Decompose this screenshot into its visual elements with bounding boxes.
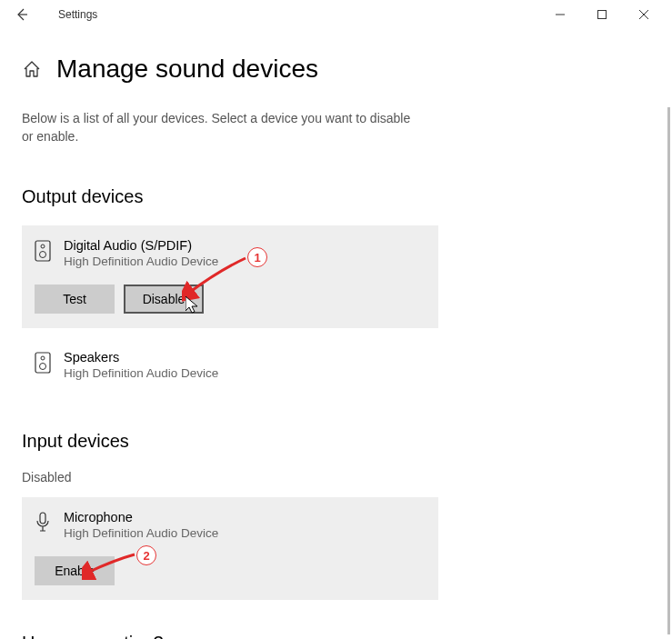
device-sub: High Definition Audio Device bbox=[64, 366, 218, 380]
input-devices-heading: Input devices bbox=[22, 431, 650, 452]
content-area: Manage sound devices Below is a list of … bbox=[0, 29, 672, 639]
device-name: Digital Audio (S/PDIF) bbox=[64, 238, 218, 253]
arrow-left-icon bbox=[15, 7, 29, 22]
svg-rect-7 bbox=[40, 513, 45, 524]
device-sub: High Definition Audio Device bbox=[64, 255, 218, 268]
microphone-icon bbox=[35, 512, 51, 534]
disabled-group-label: Disabled bbox=[22, 470, 650, 484]
enable-button[interactable]: Enable bbox=[35, 556, 115, 585]
close-button[interactable] bbox=[623, 0, 665, 29]
maximize-button[interactable] bbox=[581, 0, 623, 29]
device-name: Microphone bbox=[64, 510, 218, 524]
device-sub: High Definition Audio Device bbox=[64, 526, 218, 540]
home-icon[interactable] bbox=[22, 59, 42, 79]
speaker-icon bbox=[35, 352, 51, 374]
output-device-speakers[interactable]: Speakers High Definition Audio Device bbox=[22, 337, 438, 394]
svg-rect-0 bbox=[598, 11, 607, 19]
scrollbar[interactable] bbox=[667, 107, 670, 634]
svg-point-5 bbox=[41, 356, 45, 360]
page-title: Manage sound devices bbox=[56, 55, 318, 84]
window-title: Settings bbox=[58, 8, 97, 21]
window-controls bbox=[539, 0, 665, 29]
svg-point-3 bbox=[40, 251, 46, 257]
cursor-icon bbox=[186, 296, 200, 315]
input-device-microphone[interactable]: Microphone High Definition Audio Device … bbox=[22, 497, 438, 600]
svg-point-2 bbox=[41, 245, 45, 248]
annotation-badge-2: 2 bbox=[136, 545, 156, 565]
titlebar: Settings bbox=[0, 0, 672, 29]
svg-point-6 bbox=[40, 363, 46, 369]
maximize-icon bbox=[597, 10, 607, 19]
page-header: Manage sound devices bbox=[22, 55, 650, 84]
speaker-icon bbox=[35, 240, 51, 262]
minimize-button[interactable] bbox=[539, 0, 581, 29]
minimize-icon bbox=[556, 10, 565, 19]
device-name: Speakers bbox=[64, 350, 218, 364]
test-button[interactable]: Test bbox=[35, 285, 115, 314]
output-device-digital-audio[interactable]: Digital Audio (S/PDIF) High Definition A… bbox=[22, 225, 438, 328]
annotation-badge-1: 1 bbox=[247, 247, 267, 267]
output-devices-heading: Output devices bbox=[22, 186, 650, 207]
close-icon bbox=[639, 10, 648, 19]
page-description: Below is a list of all your devices. Sel… bbox=[22, 109, 422, 146]
have-a-question-heading: Have a question? bbox=[22, 633, 650, 639]
back-button[interactable] bbox=[7, 0, 36, 29]
